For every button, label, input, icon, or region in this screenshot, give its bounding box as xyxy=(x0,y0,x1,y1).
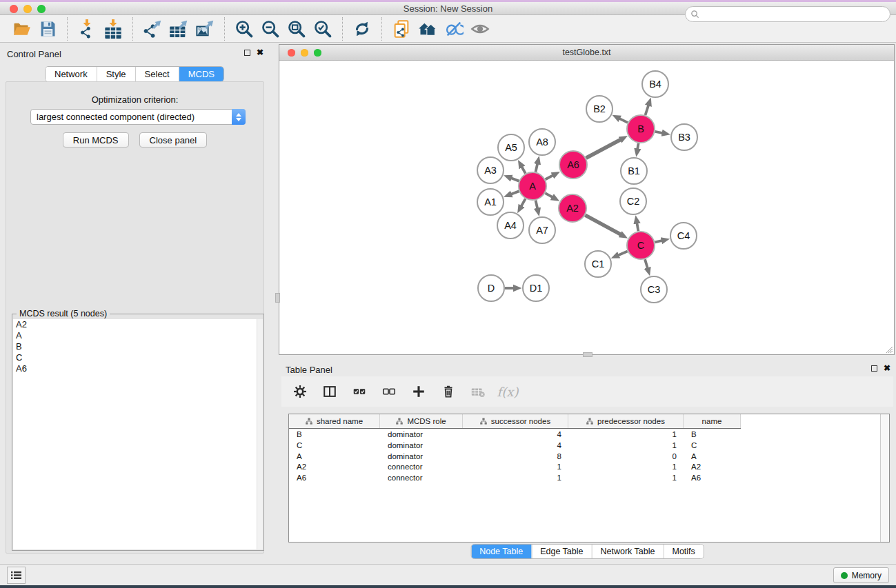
horizontal-split-handle[interactable] xyxy=(583,352,593,357)
table-row[interactable]: Cdominator41C xyxy=(289,440,880,452)
zoom-selected-icon[interactable] xyxy=(312,19,333,39)
network-node-C4[interactable]: C4 xyxy=(670,223,697,249)
edge-B-B4[interactable] xyxy=(646,105,649,116)
network-node-C[interactable]: C xyxy=(627,232,655,259)
export-table-icon[interactable] xyxy=(168,19,189,39)
network-node-A8[interactable]: A8 xyxy=(529,129,555,155)
edge-C-C2[interactable] xyxy=(637,223,638,232)
result-item[interactable]: A2 xyxy=(13,319,263,330)
label-visibility-icon[interactable] xyxy=(444,19,464,39)
network-node-A3[interactable]: A3 xyxy=(477,157,504,183)
float-panel-icon[interactable] xyxy=(244,50,250,56)
network-node-A2[interactable]: A2 xyxy=(559,194,586,222)
table-scrollbar[interactable] xyxy=(880,414,889,542)
network-node-D1[interactable]: D1 xyxy=(523,275,549,301)
split-column-icon[interactable] xyxy=(321,383,339,401)
result-item[interactable]: C xyxy=(13,352,263,363)
result-item[interactable]: B xyxy=(13,341,263,352)
open-session-icon[interactable] xyxy=(11,19,32,39)
table-row[interactable]: A6connector11A6 xyxy=(289,473,880,484)
edge-C-C1[interactable] xyxy=(618,251,627,255)
network-node-A4[interactable]: A4 xyxy=(497,212,524,239)
search-input[interactable] xyxy=(699,8,890,21)
edge-A6-B[interactable] xyxy=(586,140,621,159)
delete-column-icon[interactable] xyxy=(439,383,457,401)
column-header-name[interactable]: name xyxy=(684,414,741,428)
network-node-C3[interactable]: C3 xyxy=(641,276,667,303)
close-table-panel-icon[interactable]: ✖ xyxy=(884,365,890,372)
zoom-in-icon[interactable] xyxy=(234,19,255,39)
edge-A-A1[interactable] xyxy=(511,191,519,194)
close-panel-icon[interactable]: ✖ xyxy=(257,49,263,56)
edge-A-A3[interactable] xyxy=(511,178,519,181)
network-node-A7[interactable]: A7 xyxy=(529,217,555,243)
mcds-result-list[interactable]: A2ABCA6 xyxy=(13,319,263,549)
network-window-titlebar[interactable]: testGlobe.txt xyxy=(279,45,894,61)
run-mcds-button[interactable]: Run MCDS xyxy=(63,132,129,148)
edge-A-A5[interactable] xyxy=(522,167,526,174)
tab-node-table[interactable]: Node Table xyxy=(471,545,531,558)
eye-icon[interactable] xyxy=(470,19,490,39)
network-node-B[interactable]: B xyxy=(627,115,655,143)
tab-network-table[interactable]: Network Table xyxy=(592,545,664,558)
clone-network-icon[interactable] xyxy=(391,19,412,39)
search-field[interactable] xyxy=(685,6,890,22)
network-canvas[interactable]: B4 B2 B B3 A8 A5 A6 A3 B1 A A1 C2 A2 A4 … xyxy=(279,61,894,354)
import-network-icon[interactable] xyxy=(77,19,97,39)
edge-B-B2[interactable] xyxy=(619,119,628,123)
column-header-successor-nodes[interactable]: successor nodes xyxy=(463,414,568,428)
column-header-shared-name[interactable]: shared name xyxy=(289,414,380,428)
network-node-B2[interactable]: B2 xyxy=(586,96,613,122)
result-item[interactable]: A xyxy=(13,330,263,341)
select-all-icon[interactable] xyxy=(350,383,368,401)
edge-A-A8[interactable] xyxy=(536,163,538,172)
add-column-icon[interactable] xyxy=(410,383,428,401)
edge-A2-C[interactable] xyxy=(585,215,621,234)
column-header-predecessor-nodes[interactable]: predecessor nodes xyxy=(568,414,684,428)
node-table[interactable]: shared name MCDS role successor nodes pr… xyxy=(288,414,890,543)
tab-network[interactable]: Network xyxy=(46,67,97,81)
column-header-MCDS-role[interactable]: MCDS role xyxy=(380,414,463,428)
network-node-C2[interactable]: C2 xyxy=(620,188,646,214)
resize-grip-icon[interactable] xyxy=(884,345,893,353)
close-panel-button[interactable]: Close panel xyxy=(139,132,208,148)
edge-B-B1[interactable] xyxy=(637,143,638,150)
network-node-A[interactable]: A xyxy=(519,172,546,200)
tab-mcds[interactable]: MCDS xyxy=(179,67,223,81)
float-table-panel-icon[interactable] xyxy=(871,365,877,372)
zoom-fit-icon[interactable] xyxy=(286,19,307,39)
edge-A-A2[interactable] xyxy=(545,193,552,197)
import-table-icon[interactable] xyxy=(103,19,123,39)
edge-B-B3[interactable] xyxy=(655,132,663,133)
result-item[interactable]: A6 xyxy=(13,363,263,374)
tab-motifs[interactable]: Motifs xyxy=(663,545,703,558)
edge-A-A7[interactable] xyxy=(536,201,538,209)
memory-button[interactable]: Memory xyxy=(833,567,889,583)
edge-C-C4[interactable] xyxy=(655,241,662,242)
table-row[interactable]: A2connector11A2 xyxy=(289,462,880,473)
zoom-out-icon[interactable] xyxy=(260,19,281,39)
table-row[interactable]: Bdominator41B xyxy=(289,429,880,440)
network-node-D[interactable]: D xyxy=(478,275,504,301)
export-network-icon[interactable] xyxy=(142,19,163,39)
task-history-button[interactable] xyxy=(7,567,26,584)
tab-edge-table[interactable]: Edge Table xyxy=(531,545,591,558)
tab-style[interactable]: Style xyxy=(97,67,135,81)
result-scrollbar[interactable] xyxy=(257,319,263,549)
network-node-B1[interactable]: B1 xyxy=(621,158,647,184)
vertical-split-handle[interactable] xyxy=(275,293,280,303)
tab-select[interactable]: Select xyxy=(135,67,179,81)
gear-icon[interactable] xyxy=(291,383,309,401)
network-node-C1[interactable]: C1 xyxy=(585,251,611,277)
save-session-icon[interactable] xyxy=(37,19,58,39)
table-row[interactable]: Adominator80A xyxy=(289,452,880,463)
network-node-A1[interactable]: A1 xyxy=(477,189,504,215)
edge-C-C3[interactable] xyxy=(645,259,648,268)
export-image-icon[interactable] xyxy=(195,19,215,39)
deselect-all-icon[interactable] xyxy=(380,383,398,401)
network-node-A6[interactable]: A6 xyxy=(559,151,587,179)
edge-A-A6[interactable] xyxy=(546,175,553,179)
network-node-A5[interactable]: A5 xyxy=(498,134,524,161)
home-layout-icon[interactable] xyxy=(417,19,438,39)
network-node-B4[interactable]: B4 xyxy=(642,71,668,97)
